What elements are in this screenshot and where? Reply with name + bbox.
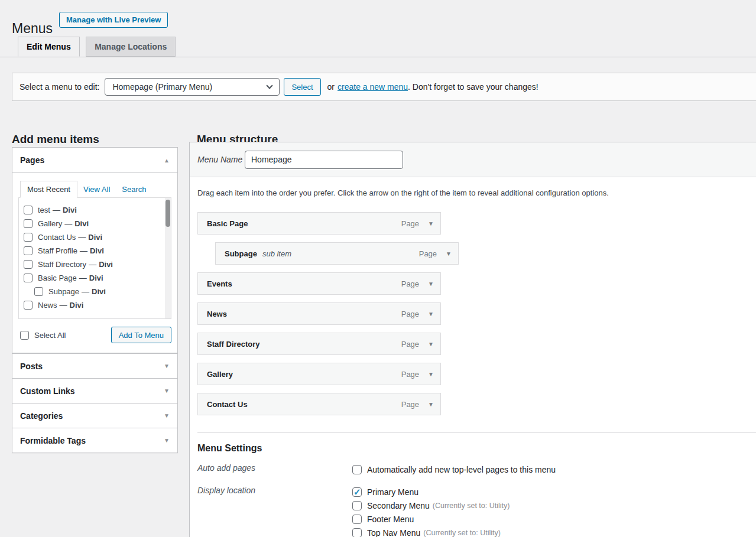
page-checklist-items: test — Divi Gallery — Divi — [24, 203, 159, 312]
chevron-down-icon[interactable]: ▼ — [428, 220, 434, 227]
menu-item[interactable]: Subpage sub item Page ▼ — [215, 242, 459, 265]
chevron-down-icon[interactable]: ▼ — [164, 363, 170, 369]
menu-name-input[interactable] — [245, 151, 403, 169]
checkbox[interactable] — [24, 246, 33, 255]
page-name: Staff Profile — [38, 246, 77, 255]
display-location-row: Display location Primary Menu Secondary … — [197, 485, 748, 537]
nav-tab[interactable]: Edit Menus — [18, 37, 80, 57]
accordion-panel-header[interactable]: Posts ▼ — [12, 353, 177, 378]
pages-filter-tab[interactable]: View All — [77, 181, 116, 197]
page-checklist-item[interactable]: Subpage — Divi — [24, 285, 159, 298]
checkbox[interactable] — [352, 487, 362, 497]
chevron-down-icon[interactable]: ▼ — [428, 371, 434, 377]
chevron-down-icon[interactable]: ▼ — [164, 437, 170, 444]
display-location-option[interactable]: Top Nav Menu (Currently set to: Utility) — [352, 526, 510, 537]
pages-filter-tab[interactable]: Search — [116, 181, 152, 197]
page-name: Contact Us — [38, 233, 76, 242]
checkbox[interactable] — [24, 219, 33, 228]
checkbox[interactable] — [352, 465, 362, 474]
theme-name: Divi — [74, 219, 89, 228]
checkbox[interactable] — [352, 528, 362, 537]
theme-name: Divi — [92, 287, 106, 296]
menu-name-bar: Menu Name — [190, 142, 756, 177]
wp-menus-page: Menus Manage with Live Preview Edit Menu… — [0, 0, 756, 537]
separator: — — [79, 274, 87, 282]
location-label: Secondary Menu — [367, 501, 430, 510]
chevron-down-icon[interactable]: ▼ — [446, 250, 452, 257]
divider — [197, 432, 756, 433]
location-note: (Currently set to: Utility) — [433, 502, 510, 510]
select-all-control[interactable]: Select All — [20, 331, 66, 340]
create-new-menu-link[interactable]: create a new menu — [338, 82, 408, 92]
pages-filter-tab[interactable]: Most Recent — [20, 181, 77, 198]
page-name: Gallery — [38, 219, 62, 228]
page-checklist-item[interactable]: Gallery — Divi — [24, 217, 159, 230]
accordion-panel-title: Posts — [20, 362, 43, 371]
display-location-option[interactable]: Secondary Menu (Currently set to: Utilit… — [352, 499, 510, 512]
theme-name: Divi — [70, 301, 84, 310]
menu-item[interactable]: Staff Directory Page ▼ — [197, 333, 441, 355]
menu-item-controls: Page ▼ — [401, 400, 434, 409]
theme-name: Divi — [99, 260, 113, 269]
checkbox[interactable] — [352, 501, 362, 510]
checkbox[interactable] — [20, 331, 29, 340]
menu-item-type: Page — [401, 370, 419, 379]
checkbox[interactable] — [24, 301, 33, 310]
collapsed-panels: Posts ▼ Custom Links ▼ Categories ▼ Form… — [12, 353, 177, 453]
nav-tab[interactable]: Manage Locations — [86, 37, 176, 57]
display-location-option[interactable]: Footer Menu — [352, 512, 510, 526]
page-title: Menus — [12, 20, 53, 38]
menu-item[interactable]: News Page ▼ — [197, 302, 441, 325]
location-label: Top Nav Menu — [367, 528, 420, 537]
separator: — — [89, 260, 96, 269]
chevron-down-icon[interactable]: ▼ — [164, 388, 170, 394]
page-checklist-item[interactable]: News — Divi — [24, 298, 159, 312]
page-checklist-item[interactable]: Basic Page — Divi — [24, 271, 159, 285]
checkbox[interactable] — [24, 260, 33, 269]
menu-settings-heading: Menu Settings — [197, 443, 748, 454]
chevron-down-icon[interactable]: ▼ — [164, 412, 170, 419]
scrollbar-thumb[interactable] — [166, 200, 170, 227]
menu-item-type: Page — [401, 310, 419, 318]
or-text: or — [327, 82, 335, 92]
chevron-up-icon[interactable]: ▲ — [164, 157, 170, 164]
checkbox[interactable] — [24, 206, 33, 214]
theme-name: Divi — [63, 206, 77, 214]
menu-structure-body: Drag each item into the order you prefer… — [190, 177, 756, 537]
checkbox[interactable] — [352, 515, 362, 524]
page-checklist-item[interactable]: Contact Us — Divi — [24, 230, 159, 244]
menu-item[interactable]: Gallery Page ▼ — [197, 363, 441, 385]
page-checklist-item[interactable]: Staff Profile — Divi — [24, 244, 159, 258]
auto-add-pages-option[interactable]: Automatically add new top-level pages to… — [352, 463, 556, 476]
chevron-down-icon[interactable]: ▼ — [428, 281, 434, 287]
checkbox[interactable] — [34, 287, 43, 296]
menu-select-dropdown[interactable]: Homepage (Primary Menu) — [105, 78, 280, 96]
accordion-panel-header[interactable]: Custom Links ▼ — [12, 378, 177, 403]
checkbox[interactable] — [24, 274, 33, 282]
chevron-down-icon[interactable]: ▼ — [428, 311, 434, 317]
menu-item-controls: Page ▼ — [401, 370, 434, 379]
manage-live-preview-button[interactable]: Manage with Live Preview — [59, 12, 168, 28]
page-checklist-item[interactable]: Staff Directory — Divi — [24, 258, 159, 271]
scrollbar[interactable] — [165, 198, 171, 318]
chevron-down-icon[interactable]: ▼ — [428, 401, 434, 408]
pages-panel-header[interactable]: Pages ▲ — [12, 148, 177, 173]
accordion-panel-header[interactable]: Formidable Tags ▼ — [12, 428, 177, 453]
menu-item[interactable]: Events Page ▼ — [197, 272, 441, 295]
checkbox[interactable] — [24, 233, 33, 242]
page-checklist-item[interactable]: test — Divi — [24, 203, 159, 217]
menu-item-title: Gallery — [207, 370, 233, 379]
add-to-menu-button[interactable]: Add To Menu — [111, 327, 171, 343]
auto-add-pages-row: Auto add pages Automatically add new top… — [197, 463, 748, 476]
display-location-options: Primary Menu Secondary Menu (Currently s… — [352, 485, 510, 537]
chevron-down-icon[interactable]: ▼ — [428, 341, 434, 347]
display-location-option[interactable]: Primary Menu — [352, 485, 510, 499]
menu-item[interactable]: Contact Us Page ▼ — [197, 393, 441, 415]
theme-name: Divi — [88, 233, 102, 242]
accordion-panel-header[interactable]: Categories ▼ — [12, 403, 177, 428]
menu-item[interactable]: Basic Page Page ▼ — [197, 212, 441, 235]
location-label: Footer Menu — [367, 515, 414, 524]
select-button[interactable]: Select — [284, 78, 320, 96]
add-menu-items-heading: Add menu items — [12, 133, 99, 146]
separator: — — [60, 301, 67, 310]
